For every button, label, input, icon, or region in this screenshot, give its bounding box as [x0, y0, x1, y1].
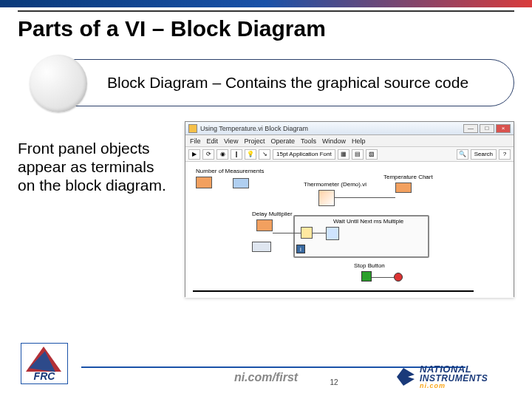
- top-accent-bar: [0, 0, 532, 7]
- callout-bullet-circle: [30, 55, 87, 112]
- reorder-button[interactable]: ▧: [366, 149, 378, 160]
- menu-view[interactable]: View: [224, 137, 238, 145]
- label-stop: Stop Button: [354, 262, 385, 269]
- control-num-meas[interactable]: [196, 177, 212, 188]
- align-button[interactable]: ▦: [338, 149, 349, 160]
- menu-operate[interactable]: Operate: [270, 137, 295, 145]
- stop-condition[interactable]: [394, 273, 403, 282]
- callout-pill: Block Diagram – Contains the graphical s…: [50, 59, 514, 106]
- body-text: Front panel objects appear as terminals …: [18, 139, 173, 297]
- label-thermometer: Thermometer (Demo).vi: [304, 181, 366, 188]
- callout-text: Block Diagram – Contains the graphical s…: [107, 74, 468, 92]
- wire4: [372, 277, 394, 278]
- wire: [335, 197, 395, 198]
- maximize-button[interactable]: □: [480, 124, 494, 133]
- for-count-terminal[interactable]: [233, 178, 249, 188]
- highlight-button[interactable]: 💡: [245, 149, 256, 160]
- frc-logo: FRC: [21, 343, 68, 384]
- step-button[interactable]: ↘: [259, 149, 270, 160]
- menu-edit[interactable]: Edit: [207, 137, 219, 145]
- menu-tools[interactable]: Tools: [301, 137, 316, 145]
- page-number: 12: [330, 378, 338, 386]
- bottom-border-wire: [193, 290, 474, 292]
- font-select[interactable]: 15pt Application Font: [273, 149, 335, 160]
- label-temp-chart: Temperature Chart: [383, 174, 433, 180]
- iteration-terminal[interactable]: i: [296, 245, 305, 253]
- wire3: [313, 233, 326, 233]
- control-delay-mult[interactable]: [256, 219, 273, 231]
- control-stop[interactable]: [361, 271, 372, 282]
- ni-eagle-icon: [395, 366, 417, 388]
- window-titlebar: Using Temperature.vi Block Diagram — □ ×: [185, 122, 514, 135]
- label-delay-mult: Delay Multiplier: [252, 211, 293, 217]
- ni-logo: NATIONAL INSTRUMENTS ni.com: [395, 364, 513, 390]
- callout: Block Diagram – Contains the graphical s…: [18, 53, 514, 111]
- ni-text-3: ni.com: [420, 383, 488, 389]
- footer-url: ni.com/first: [234, 371, 298, 384]
- menu-project[interactable]: Project: [244, 137, 265, 145]
- block-diagram-canvas[interactable]: Number of Measurements Thermometer (Demo…: [185, 162, 514, 298]
- footer: ni.com/first 12 FRC NATIONAL INSTRUMENTS…: [0, 355, 532, 399]
- indicator-temp-chart[interactable]: [395, 183, 412, 193]
- search-icon[interactable]: 🔍: [457, 149, 468, 160]
- label-num-meas: Number of Measurements: [196, 168, 264, 174]
- frc-triangle2-icon: [29, 349, 58, 372]
- multiply-node[interactable]: [301, 227, 313, 239]
- close-button[interactable]: ×: [496, 124, 511, 133]
- wire2: [273, 233, 301, 233]
- label-wait-vi: Wait Until Next ms Multiple: [333, 218, 403, 225]
- wait-vi[interactable]: [326, 227, 339, 240]
- subvi-thermometer[interactable]: [318, 190, 335, 206]
- distribute-button[interactable]: ▤: [352, 149, 364, 160]
- menu-file[interactable]: File: [190, 137, 201, 145]
- window-title: Using Temperature.vi Block Diagram: [200, 125, 308, 132]
- app-icon: [188, 124, 197, 133]
- menu-help[interactable]: Help: [352, 137, 366, 145]
- slide-title: Parts of a VI – Block Diagram: [18, 16, 514, 41]
- block-diagram-window: Using Temperature.vi Block Diagram — □ ×…: [185, 121, 514, 297]
- constant-500[interactable]: [252, 242, 271, 252]
- menu-window[interactable]: Window: [322, 137, 346, 145]
- minimize-button[interactable]: —: [463, 124, 478, 133]
- abort-button[interactable]: ◉: [216, 149, 228, 160]
- run-button[interactable]: ▶: [188, 149, 200, 160]
- pause-button[interactable]: ‖: [231, 149, 242, 160]
- help-button[interactable]: ?: [499, 149, 511, 160]
- run-cont-button[interactable]: ⟳: [202, 149, 214, 160]
- toolbar: ▶ ⟳ ◉ ‖ 💡 ↘ 15pt Application Font ▦ ▤ ▧ …: [185, 147, 514, 162]
- search-field[interactable]: Search: [471, 149, 497, 160]
- title-underline: [18, 10, 514, 12]
- frc-text: FRC: [21, 370, 67, 382]
- menu-bar: File Edit View Project Operate Tools Win…: [185, 135, 514, 147]
